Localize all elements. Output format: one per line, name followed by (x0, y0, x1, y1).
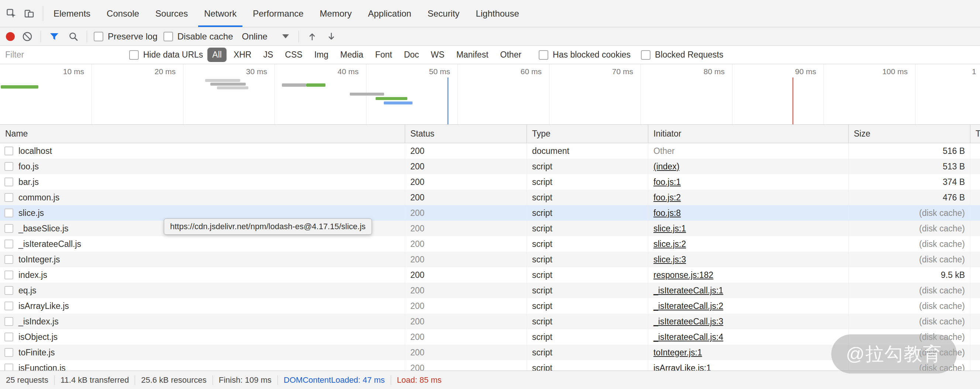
tab-memory[interactable]: Memory (312, 0, 360, 27)
name-cell: eq.js (0, 283, 405, 298)
filter-type-xhr[interactable]: XHR (229, 48, 256, 62)
request-row[interactable]: slice.js200scriptfoo.js:8(disk cache) (0, 205, 980, 221)
blocked-requests-toggle[interactable]: Blocked Requests (641, 50, 723, 60)
hide-data-urls-toggle[interactable]: Hide data URLs (129, 50, 203, 60)
import-har-button[interactable] (305, 29, 319, 44)
filter-type-img[interactable]: Img (310, 48, 333, 62)
request-row[interactable]: localhost200documentOther516 B (0, 143, 980, 159)
initiator-link[interactable]: isArrayLike.js:1 (654, 363, 711, 371)
has-blocked-cookies-toggle[interactable]: Has blocked cookies (539, 50, 631, 60)
initiator-cell: response.js:182 (648, 267, 849, 283)
column-header-t[interactable]: T (970, 125, 980, 143)
export-har-button[interactable] (325, 29, 338, 44)
tab-performance[interactable]: Performance (245, 0, 312, 27)
filter-type-js[interactable]: JS (258, 48, 278, 62)
request-size: (disk cache) (849, 205, 970, 221)
initiator-link[interactable]: _isIterateeCall.js:3 (654, 317, 723, 327)
filter-type-doc[interactable]: Doc (399, 48, 424, 62)
filter-type-font[interactable]: Font (371, 48, 397, 62)
column-header-size[interactable]: Size (849, 125, 970, 143)
tab-network[interactable]: Network (196, 0, 245, 27)
blocked-requests-checkbox[interactable] (641, 50, 651, 60)
request-row[interactable]: _isIterateeCall.js200scriptslice.js:2(di… (0, 236, 980, 252)
filter-type-all[interactable]: All (207, 48, 227, 62)
has-blocked-cookies-label: Has blocked cookies (553, 50, 631, 60)
status-finish: Finish: 109 ms (213, 375, 277, 385)
request-row[interactable]: toInteger.js200scriptslice.js:3(disk cac… (0, 252, 980, 267)
has-blocked-cookies-checkbox[interactable] (539, 50, 548, 60)
request-status: 200 (405, 314, 527, 329)
request-row[interactable]: _isIndex.js200script_isIterateeCall.js:3… (0, 314, 980, 329)
initiator-link[interactable]: _isIterateeCall.js:2 (654, 301, 723, 311)
initiator-link[interactable]: foo.js:8 (654, 208, 681, 218)
initiator-link[interactable]: _isIterateeCall.js:4 (654, 332, 723, 342)
filter-type-css[interactable]: CSS (280, 48, 307, 62)
tab-console[interactable]: Console (99, 0, 147, 27)
initiator-link[interactable]: slice.js:2 (654, 239, 686, 249)
initiator-link[interactable]: foo.js:1 (654, 177, 681, 187)
column-header-name[interactable]: Name (0, 125, 405, 143)
tab-sources[interactable]: Sources (147, 0, 196, 27)
preserve-log-checkbox[interactable] (94, 32, 103, 41)
initiator-cell: foo.js:8 (648, 205, 849, 221)
column-header-initiator[interactable]: Initiator (648, 125, 849, 143)
inspect-element-button[interactable] (3, 4, 20, 23)
tab-lighthouse[interactable]: Lighthouse (468, 0, 527, 27)
hide-data-urls-checkbox[interactable] (129, 50, 139, 60)
filter-input[interactable] (5, 50, 123, 60)
tab-security[interactable]: Security (420, 0, 468, 27)
request-row[interactable]: _baseSlice.js200scriptslice.js:1(disk ca… (0, 221, 980, 236)
divider (87, 30, 87, 43)
request-row[interactable]: index.js200scriptresponse.js:1829.5 kB (0, 267, 980, 283)
filter-type-ws[interactable]: WS (426, 48, 449, 62)
file-icon (5, 363, 13, 371)
request-status: 200 (405, 267, 527, 283)
request-row[interactable]: isObject.js200script_isIterateeCall.js:4… (0, 329, 980, 345)
initiator-link[interactable]: foo.js:2 (654, 193, 681, 202)
record-button[interactable] (6, 32, 15, 41)
initiator-cell: (index) (648, 159, 849, 174)
disable-cache-toggle[interactable]: Disable cache (164, 31, 233, 42)
network-filter-bar: Hide data URLs AllXHRJSCSSImgMediaFontDo… (0, 46, 980, 64)
preserve-log-toggle[interactable]: Preserve log (94, 31, 158, 42)
request-time (970, 298, 980, 314)
request-status: 200 (405, 329, 527, 345)
tab-elements[interactable]: Elements (45, 0, 99, 27)
file-icon (5, 301, 13, 310)
filter-type-manifest[interactable]: Manifest (452, 48, 493, 62)
request-row[interactable]: bar.js200scriptfoo.js:1374 B (0, 174, 980, 190)
timeline-gridline (732, 64, 732, 124)
tab-application[interactable]: Application (360, 0, 419, 27)
throttling-select[interactable]: Online (239, 30, 291, 43)
clear-button[interactable] (21, 29, 34, 44)
initiator-link[interactable]: (index) (654, 162, 679, 172)
request-row[interactable]: common.js200scriptfoo.js:2476 B (0, 190, 980, 205)
initiator-link[interactable]: slice.js:1 (654, 224, 686, 234)
timeline-gridline (458, 64, 458, 124)
column-header-status[interactable]: Status (405, 125, 527, 143)
file-icon (5, 193, 13, 202)
network-overview-timeline[interactable]: 10 ms20 ms30 ms40 ms50 ms60 ms70 ms80 ms… (0, 64, 980, 125)
column-header-type[interactable]: Type (527, 125, 648, 143)
request-row[interactable]: isArrayLike.js200script_isIterateeCall.j… (0, 298, 980, 314)
filter-type-other[interactable]: Other (496, 48, 527, 62)
disable-cache-checkbox[interactable] (164, 32, 173, 41)
timeline-gridline (641, 64, 641, 124)
search-button[interactable] (67, 29, 80, 44)
request-type: script (527, 205, 648, 221)
file-icon (5, 177, 13, 187)
initiator-link[interactable]: _isIterateeCall.js:1 (654, 286, 723, 296)
request-row[interactable]: foo.js200script(index)513 B (0, 159, 980, 174)
initiator-link[interactable]: response.js:182 (654, 270, 713, 280)
request-type: script (527, 190, 648, 205)
initiator-link[interactable]: slice.js:3 (654, 255, 686, 265)
initiator-link[interactable]: toInteger.js:1 (654, 348, 702, 358)
request-size: 516 B (849, 143, 970, 159)
request-row[interactable]: eq.js200script_isIterateeCall.js:1(disk … (0, 283, 980, 298)
filter-toggle-button[interactable] (48, 29, 61, 44)
waterfall-bar (205, 79, 240, 82)
filter-type-media[interactable]: Media (336, 48, 368, 62)
timeline-tick-label: 10 ms (21, 67, 84, 76)
device-toolbar-button[interactable] (21, 4, 38, 23)
request-time (970, 143, 980, 159)
